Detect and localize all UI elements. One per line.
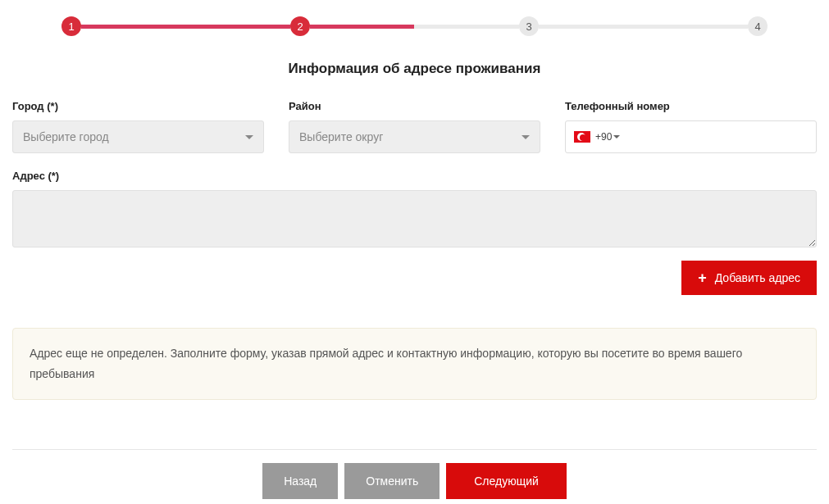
phone-code: +90 — [595, 131, 612, 143]
step-1[interactable]: 1 — [61, 16, 81, 36]
city-label: Город (*) — [12, 100, 264, 112]
step-3: 3 — [519, 16, 539, 36]
chevron-down-icon[interactable] — [613, 135, 620, 138]
chevron-down-icon — [245, 135, 253, 139]
district-placeholder: Выберите округ — [299, 130, 383, 143]
phone-field[interactable]: +90 — [565, 120, 817, 153]
phone-input[interactable] — [626, 121, 808, 152]
page-title: Информация об адресе проживания — [12, 61, 817, 77]
alert-message: Адрес еще не определен. Заполните форму,… — [12, 328, 817, 400]
address-label: Адрес (*) — [12, 170, 817, 182]
footer-buttons: Назад Отменить Следующий — [12, 463, 817, 504]
stepper-bar-1 — [81, 25, 290, 29]
next-button[interactable]: Следующий — [446, 463, 567, 499]
city-select[interactable]: Выберите город — [12, 120, 264, 153]
district-select[interactable]: Выберите округ — [289, 120, 540, 153]
flag-turkey-icon — [574, 131, 590, 143]
plus-icon: + — [698, 270, 707, 285]
stepper: 1 2 3 4 — [61, 16, 768, 36]
divider — [12, 449, 817, 450]
district-label: Район — [289, 100, 540, 112]
add-address-button[interactable]: + Добавить адрес — [681, 261, 817, 295]
stepper-bar-2 — [310, 25, 519, 29]
address-textarea[interactable] — [12, 190, 817, 247]
phone-label: Телефонный номер — [565, 100, 817, 112]
step-4: 4 — [748, 16, 768, 36]
chevron-down-icon — [522, 135, 530, 139]
add-address-label: Добавить адрес — [715, 271, 800, 284]
back-button[interactable]: Назад — [262, 463, 338, 499]
stepper-bar-3 — [539, 25, 748, 29]
step-2[interactable]: 2 — [290, 16, 310, 36]
cancel-button[interactable]: Отменить — [344, 463, 440, 499]
city-placeholder: Выберите город — [23, 130, 109, 143]
